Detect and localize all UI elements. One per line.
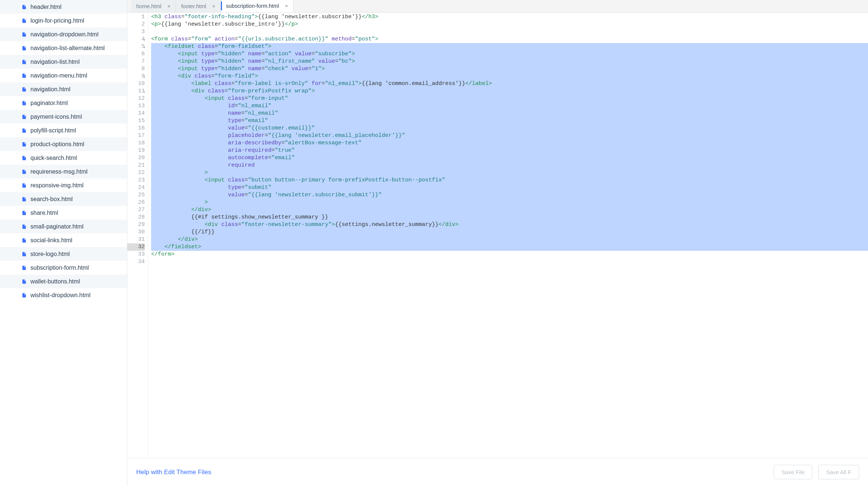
file-row[interactable]: wishlist-dropdown.html — [0, 288, 127, 302]
close-icon[interactable]: × — [167, 3, 170, 9]
code-line[interactable]: name="nl_email" — [151, 110, 868, 117]
gutter-line[interactable]: 34 — [127, 258, 145, 266]
code-area[interactable]: <h3 class="footer-info-heading">{{lang '… — [148, 13, 868, 458]
code-line[interactable]: aria-describedby="alertBox-message-text" — [151, 139, 868, 147]
code-line[interactable]: > — [151, 199, 868, 206]
gutter-line[interactable]: 2 — [127, 21, 145, 28]
gutter-line[interactable]: 27 — [127, 206, 145, 214]
code-line[interactable]: <label class="form-label is-srOnly" for=… — [151, 80, 868, 88]
gutter-line[interactable]: 18 — [127, 139, 145, 147]
gutter-line[interactable]: 1 — [127, 13, 145, 21]
file-row[interactable]: product-options.html — [0, 137, 127, 151]
tab[interactable]: footer.html× — [176, 0, 221, 12]
code-line[interactable]: {{#if settings.show_newsletter_summary }… — [151, 214, 868, 221]
code-line[interactable]: <div class="form-prefixPostfix wrap"> — [151, 88, 868, 95]
file-row[interactable]: payment-icons.html — [0, 110, 127, 124]
file-row[interactable]: requireness-msg.html — [0, 165, 127, 178]
code-editor[interactable]: 1234567891011121314151617181920212223242… — [127, 13, 868, 458]
file-row[interactable]: wallet-buttons.html — [0, 275, 127, 288]
code-line[interactable]: <input class="button button--primary for… — [151, 177, 868, 184]
gutter-line[interactable]: 30 — [127, 229, 145, 236]
gutter-line[interactable]: 15 — [127, 117, 145, 125]
file-row[interactable]: navigation-list-alternate.html — [0, 41, 127, 55]
gutter-line[interactable]: 21 — [127, 162, 145, 169]
code-line[interactable]: value="{{customer.email}}" — [151, 125, 868, 132]
gutter-line[interactable]: 10 — [127, 80, 145, 88]
file-row[interactable]: small-paginator.html — [0, 220, 127, 233]
gutter-line[interactable]: 6 — [127, 50, 145, 58]
code-line[interactable] — [151, 258, 868, 266]
file-row[interactable]: social-links.html — [0, 233, 127, 247]
file-row[interactable]: quick-search.html — [0, 151, 127, 165]
code-line[interactable]: </div> — [151, 206, 868, 214]
gutter-line[interactable]: 8 — [127, 65, 145, 73]
file-row[interactable]: share.html — [0, 206, 127, 220]
code-line[interactable]: > — [151, 169, 868, 177]
tab[interactable]: subscription-form.html× — [221, 0, 294, 12]
gutter-line[interactable]: 16 — [127, 125, 145, 132]
file-row[interactable]: paginator.html — [0, 96, 127, 110]
file-row[interactable]: login-for-pricing.html — [0, 14, 127, 27]
code-line[interactable]: type="email" — [151, 117, 868, 125]
help-link[interactable]: Help with Edit Theme Files — [136, 469, 211, 476]
code-line[interactable]: type="submit" — [151, 184, 868, 191]
gutter-line[interactable]: 13 — [127, 102, 145, 110]
file-row[interactable]: navigation-menu.html — [0, 69, 127, 82]
code-line[interactable]: </fieldset> — [151, 243, 868, 251]
code-line[interactable]: <fieldset class="form-fieldset"> — [151, 43, 868, 50]
gutter-line[interactable]: 24 — [127, 184, 145, 191]
code-line[interactable]: autocomplete="email" — [151, 154, 868, 162]
file-row[interactable]: store-logo.html — [0, 247, 127, 261]
gutter-line[interactable]: 20 — [127, 154, 145, 162]
gutter-line[interactable]: 29 — [127, 221, 145, 229]
gutter-line[interactable]: 19 — [127, 147, 145, 154]
code-line[interactable]: <div class="footer-newsletter-summary">{… — [151, 221, 868, 229]
code-line[interactable]: {{/if}} — [151, 229, 868, 236]
file-row[interactable]: search-box.html — [0, 192, 127, 206]
file-row[interactable]: navigation-dropdown.html — [0, 27, 127, 41]
gutter-line[interactable]: 23 — [127, 177, 145, 184]
code-line[interactable]: <input type="hidden" name="action" value… — [151, 50, 868, 58]
code-line[interactable]: <input type="hidden" name="check" value=… — [151, 65, 868, 73]
gutter-line[interactable]: 25 — [127, 191, 145, 199]
close-icon[interactable]: × — [212, 3, 215, 9]
file-row[interactable]: navigation.html — [0, 82, 127, 96]
code-line[interactable]: id="nl_email" — [151, 102, 868, 110]
code-line[interactable]: aria-required="true" — [151, 147, 868, 154]
gutter-line[interactable]: 3 — [127, 28, 145, 36]
code-line[interactable]: <h3 class="footer-info-heading">{{lang '… — [151, 13, 868, 21]
file-row[interactable]: navigation-list.html — [0, 55, 127, 69]
file-sidebar[interactable]: header.htmllogin-for-pricing.htmlnavigat… — [0, 0, 127, 486]
code-line[interactable] — [151, 28, 868, 36]
code-line[interactable]: placeholder="{{lang 'newsletter.email_pl… — [151, 132, 868, 139]
file-row[interactable]: polyfill-script.html — [0, 124, 127, 137]
code-line[interactable]: </form> — [151, 251, 868, 258]
gutter-line[interactable]: 28 — [127, 214, 145, 221]
code-line[interactable]: <input class="form-input" — [151, 95, 868, 102]
code-line[interactable]: <form class="form" action="{{urls.subscr… — [151, 36, 868, 43]
gutter-line[interactable]: 26 — [127, 199, 145, 206]
code-line[interactable]: <input type="hidden" name="nl_first_name… — [151, 58, 868, 65]
gutter-line[interactable]: 22 — [127, 169, 145, 177]
gutter-line[interactable]: 31 — [127, 236, 145, 243]
gutter-line[interactable]: 14 — [127, 110, 145, 117]
gutter-line[interactable]: 12 — [127, 95, 145, 102]
gutter-line[interactable]: 7 — [127, 58, 145, 65]
line-gutter[interactable]: 1234567891011121314151617181920212223242… — [127, 13, 148, 458]
file-row[interactable]: subscription-form.html — [0, 261, 127, 275]
gutter-line[interactable]: 17 — [127, 132, 145, 139]
close-icon[interactable]: × — [285, 3, 288, 9]
save-file-button[interactable]: Save File — [774, 465, 813, 479]
gutter-line[interactable]: 11 — [127, 88, 145, 95]
file-row[interactable]: responsive-img.html — [0, 178, 127, 192]
file-row[interactable]: header.html — [0, 0, 127, 14]
gutter-line[interactable]: 9 — [127, 73, 145, 80]
code-line[interactable]: value="{{lang 'newsletter.subscribe_subm… — [151, 191, 868, 199]
save-all-button[interactable]: Save All F — [818, 465, 859, 479]
code-line[interactable]: <div class="form-field"> — [151, 73, 868, 80]
gutter-line[interactable]: 32 — [127, 243, 145, 251]
tab[interactable]: home.html× — [131, 0, 176, 12]
gutter-line[interactable]: 5 — [127, 43, 145, 50]
code-line[interactable]: required — [151, 162, 868, 169]
gutter-line[interactable]: 4 — [127, 36, 145, 43]
